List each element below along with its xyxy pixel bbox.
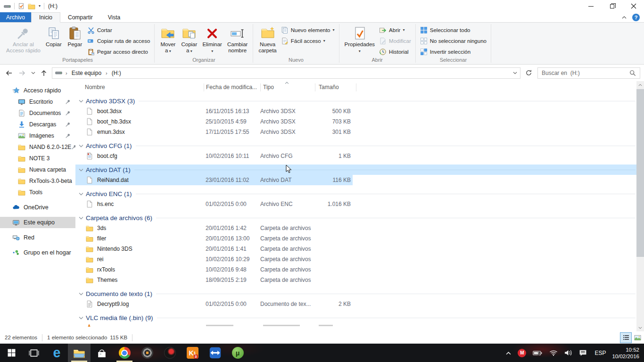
taskbar-chrome-button[interactable] (113, 344, 136, 362)
ribbon-button-cambiar-nombre[interactable]: Cambiarnombre (225, 24, 250, 55)
sidebar-item-rxtools-3-0-beta[interactable]: RxTools-3.0-beta (0, 175, 75, 187)
file-group-header-archivo-3dsx-3[interactable]: Archivo 3DSX (3) (75, 96, 636, 106)
file-row-decrypt9-log[interactable]: Decrypt9.log01/02/2015 0:00Documento de … (75, 299, 353, 309)
wifi-icon[interactable] (546, 344, 561, 362)
scrollbar-thumb[interactable] (636, 89, 644, 257)
file-row-nintendo-3ds[interactable]: Nintendo 3DS20/01/2016 1:41Carpeta de ar… (75, 244, 353, 254)
vertical-scrollbar[interactable] (636, 81, 644, 331)
file-row-themes[interactable]: Themes18/09/2015 2:19Carpeta de archivos (75, 275, 353, 285)
action-center-icon[interactable] (576, 344, 590, 362)
file-row-3ds[interactable]: 3ds20/01/2016 1:42Carpeta de archivos (75, 223, 353, 233)
file-group-header-vlc-media-file-bin-9[interactable]: VLC media file (.bin) (9) (75, 313, 636, 323)
refresh-button[interactable] (522, 67, 535, 79)
scroll-down-icon[interactable] (636, 324, 644, 331)
file-group-header-archivo-dat-1[interactable]: Archivo DAT (1) (75, 165, 636, 175)
scroll-up-icon[interactable] (636, 81, 644, 89)
ribbon-button-anclar-al-acceso-r-pido[interactable]: Anclar alAcceso rápido (4, 24, 43, 55)
battery-icon[interactable] (529, 344, 546, 362)
taskbar-media-player-button[interactable] (158, 344, 181, 362)
taskbar-edge-button[interactable]: e (45, 344, 68, 362)
sidebar-item-nand-6-2-0-12e[interactable]: NAND 6.2.0-12E (0, 141, 75, 153)
address-dropdown-button[interactable] (510, 72, 520, 74)
file-row-boot-hb-3dsx[interactable]: boot_hb.3dsx25/10/2015 4:59Archivo 3DSX7… (75, 116, 353, 127)
column-divider[interactable] (356, 83, 356, 91)
column-header-tamano[interactable]: Tamaño (319, 84, 339, 90)
thumbnails-view-button[interactable] (632, 332, 644, 343)
taskbar-teamviewer-button[interactable] (204, 344, 226, 362)
taskbar-k-app-button[interactable]: K1 (181, 344, 204, 362)
file-group-header-carpeta-de-archivos-6[interactable]: Carpeta de archivos (6) (75, 213, 636, 223)
sidebar-item-tools[interactable]: Tools (0, 187, 75, 198)
file-row-rxtools[interactable]: rxTools10/02/2016 9:48Carpeta de archivo… (75, 264, 353, 275)
sidebar-item-note-3[interactable]: NOTE 3 (0, 153, 75, 164)
properties-qat-button[interactable] (18, 3, 25, 9)
sidebar-item-grupo-en-el-hogar[interactable]: Grupo en el hogar (0, 247, 75, 258)
ribbon-button-invertir-selecci-n[interactable]: Invertir selección (419, 47, 472, 56)
chevron-down-icon[interactable] (78, 216, 84, 220)
search-icon[interactable] (629, 70, 636, 76)
mega-tray-icon[interactable]: M (514, 344, 529, 362)
ribbon-button-f-cil-acceso[interactable]: Fácil acceso▾ (280, 36, 327, 45)
ribbon-button-copiar[interactable]: Copiar (43, 24, 64, 55)
file-row-filer[interactable]: filer20/01/2016 13:00Carpeta de archivos (75, 233, 353, 244)
clock[interactable]: 10:52 10/02/2016 (610, 346, 644, 360)
forward-button[interactable] (16, 67, 28, 79)
chevron-down-icon[interactable] (78, 192, 84, 196)
ribbon-button-no-seleccionar-ninguno[interactable]: No seleccionar ninguno (419, 36, 488, 45)
sidebar-item-este-equipo[interactable]: Este equipo (0, 217, 75, 228)
collapse-ribbon-icon[interactable] (622, 16, 627, 19)
tab-compartir[interactable]: Compartir (60, 12, 100, 22)
taskbar-explorer-button[interactable] (68, 344, 91, 362)
ribbon-button-copiar-ruta-de-acceso[interactable]: W...Copiar ruta de acceso (86, 36, 152, 45)
ribbon-button-nueva-carpeta[interactable]: Nuevacarpeta (256, 24, 279, 55)
column-divider[interactable] (204, 83, 204, 91)
column-header-fecha[interactable]: Fecha de modifica... (206, 84, 257, 90)
breadcrumb-este-equipo[interactable]: Este equipo (68, 68, 105, 78)
column-header-nombre[interactable]: Nombre (85, 84, 105, 90)
restore-button[interactable] (602, 0, 623, 12)
file-group-header-archivo-enc-1[interactable]: Archivo ENC (1) (75, 189, 636, 199)
chevron-down-icon[interactable] (78, 316, 84, 320)
sidebar-item-im-genes[interactable]: Imágenes (0, 130, 75, 141)
sidebar-item-acceso-r-pido[interactable]: Acceso rápido (0, 85, 75, 96)
file-row-clipped[interactable] (75, 324, 636, 327)
ribbon-button-historial[interactable]: Historial (378, 47, 410, 56)
file-group-header-documento-de-texto-1[interactable]: Documento de texto (1) (75, 288, 636, 299)
sidebar-item-red[interactable]: Red (0, 232, 75, 243)
file-row-boot-3dsx[interactable]: boot.3dsx16/11/2015 16:13Archivo 3DSX500… (75, 106, 353, 116)
ribbon-button-copiar-a[interactable]: Copiara ▾ (179, 24, 199, 55)
search-input[interactable] (542, 70, 629, 76)
language-indicator[interactable]: ESP (590, 350, 610, 356)
volume-icon[interactable] (561, 344, 576, 362)
ribbon-button-nuevo-elemento[interactable]: Nuevo elemento▾ (280, 25, 336, 34)
recent-locations-button[interactable] (29, 67, 37, 79)
tab-vista[interactable]: Vista (100, 12, 128, 22)
tab-inicio[interactable]: Inicio (31, 12, 60, 23)
chevron-down-icon[interactable] (78, 99, 84, 103)
tab-archivo[interactable]: Archivo (0, 12, 31, 22)
file-group-header-archivo-cfg-1[interactable]: Archivo CFG (1) (75, 140, 636, 151)
ribbon-button-seleccionar-todo[interactable]: Seleccionar todo (419, 25, 472, 34)
taskbar-task-view-button[interactable] (23, 344, 45, 362)
file-row-hs-enc[interactable]: hs.enc01/02/2015 0:00Archivo ENC1.016 KB (75, 199, 353, 209)
taskbar-store-button[interactable] (91, 344, 113, 362)
column-header-tipo[interactable]: Tipo (263, 84, 274, 90)
back-button[interactable] (3, 67, 15, 79)
file-row-reinand-dat[interactable]: ReiNand.dat23/01/2016 11:02Archivo DAT11… (75, 175, 353, 185)
sidebar-item-onedrive[interactable]: OneDrive (0, 202, 75, 213)
chevron-down-icon[interactable] (78, 292, 84, 296)
taskbar-start-button[interactable] (0, 344, 23, 362)
ribbon-button-pegar-acceso-directo[interactable]: Pegar acceso directo (86, 47, 149, 56)
ribbon-button-propiedades[interactable]: Propiedades▾ (342, 24, 378, 55)
up-button[interactable] (38, 67, 50, 79)
breadcrumb-drive-h[interactable]: (H:) (108, 68, 125, 78)
details-view-button[interactable] (620, 332, 632, 343)
file-row-emun-3dsx[interactable]: emun.3dsx17/11/2015 17:55Archivo 3DSX301… (75, 127, 353, 137)
chevron-down-icon[interactable] (78, 144, 84, 148)
ribbon-button-mover-a[interactable]: Movera ▾ (157, 24, 178, 55)
column-divider[interactable] (315, 83, 315, 91)
tray-expand-button[interactable] (503, 344, 514, 362)
taskbar-utorrent-button[interactable]: µ (226, 344, 249, 362)
ribbon-button-modificar[interactable]: Modificar (378, 36, 413, 45)
column-divider[interactable] (260, 83, 261, 91)
